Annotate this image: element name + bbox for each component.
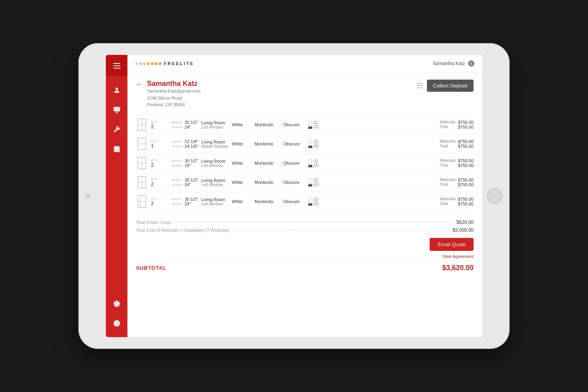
materials-install-label: Total Cost of Materials + Installation (… xyxy=(136,228,229,232)
monitor-icon xyxy=(113,106,121,114)
users-icon xyxy=(113,86,121,94)
collect-deposit-button[interactable]: Collect Deposit xyxy=(427,80,474,92)
sidebar xyxy=(106,55,127,337)
item-room-4: Living Room Left Window xyxy=(201,178,229,187)
subtotal-row: SUBTOTAL $3,620.00 xyxy=(136,260,474,272)
sidebar-item-settings[interactable] xyxy=(106,294,127,314)
top-bar: FREELITE Samantha Katz i xyxy=(127,55,482,73)
item-style-3: Montecito xyxy=(255,161,280,165)
sidebar-item-tools[interactable] xyxy=(106,120,127,139)
user-info: Samantha Katz i xyxy=(433,60,474,67)
window-icon-2 xyxy=(136,138,148,150)
item-pricing-4: Materials$750.00 Total$750.00 xyxy=(440,178,474,187)
content-area: ← Samantha Katz Samantha.Katz@gmail.com … xyxy=(127,73,482,337)
gear-icon xyxy=(113,300,121,308)
item-room-3: Living Room Left Window xyxy=(201,159,229,168)
logo-dot-3 xyxy=(143,62,146,65)
tablet-frame: FREELITE Samantha Katz i ← Samantha Katz… xyxy=(78,43,510,349)
item-color-5: White xyxy=(232,199,252,204)
sidebar-item-monitor[interactable] xyxy=(106,100,127,120)
hamburger-icon xyxy=(113,63,120,69)
item-room-1: Living Room Left Window xyxy=(201,120,229,129)
item-glass-5: Obscure xyxy=(283,199,305,204)
item-pricing-5: Materials$750.00 Total$750.00 xyxy=(440,197,474,206)
svg-point-0 xyxy=(115,87,118,90)
item-pricing-1: Materials$750.00 Total$750.00 xyxy=(440,120,474,129)
items-list: QTY 2 WIDTH30 1/2" HEIGHT24" Living Room… xyxy=(136,115,474,211)
item-qty-1: QTY 2 xyxy=(151,120,169,129)
window-icon-1 xyxy=(136,118,148,131)
customer-header: ← Samantha Katz Samantha.Katz@gmail.com … xyxy=(136,80,474,108)
item-count-2: (2) 📷 (5) xyxy=(308,140,324,148)
item-style-1: Montecito xyxy=(255,122,280,127)
calculator-icon[interactable]: ☷ xyxy=(417,82,423,90)
address-line2: Portland, OR 35456 xyxy=(147,102,185,107)
svg-rect-4 xyxy=(114,146,120,152)
back-button[interactable]: ← xyxy=(136,80,143,89)
subtotal-value: $3,620.00 xyxy=(442,264,474,272)
dealer-costs-value: $620.00 xyxy=(457,220,474,225)
table-row: QTY 2 WIDTH30 1/2" HEIGHT24" Living Room… xyxy=(136,115,474,134)
sidebar-menu-button[interactable] xyxy=(106,55,127,76)
item-qty-3: QTY 2 xyxy=(151,158,169,168)
customer-info: ← Samantha Katz Samantha.Katz@gmail.com … xyxy=(136,80,201,108)
sidebar-item-calendar[interactable] xyxy=(106,139,127,159)
sidebar-item-users[interactable] xyxy=(106,80,127,100)
user-name-label: Samantha Katz xyxy=(433,61,465,66)
item-color-1: White xyxy=(232,122,252,127)
sidebar-item-info[interactable] xyxy=(106,314,127,333)
logo-dot-4 xyxy=(147,62,150,65)
customer-details: Samantha Katz Samantha.Katz@gmail.com 12… xyxy=(147,80,201,108)
item-style-2: Montecito xyxy=(255,142,280,146)
item-color-2: White xyxy=(232,142,252,146)
materials-install-line: Total Cost of Materials + Installation (… xyxy=(136,226,474,234)
logo-area: FREELITE xyxy=(135,61,194,66)
item-room-2: Living Room Middle Window xyxy=(201,140,229,149)
sidebar-bottom xyxy=(106,294,127,337)
tablet-home-button[interactable] xyxy=(487,188,503,204)
item-color-3: White xyxy=(232,161,252,165)
item-room-5: Living Room Left Window xyxy=(201,197,229,206)
item-glass-2: Obscure xyxy=(283,142,305,146)
dealer-costs-label: Total Dealer Costs xyxy=(136,220,171,225)
customer-email: Samantha.Katz@gmail.com xyxy=(147,89,201,93)
item-dims-2: WIDTH22 1/8" HEIGHT24 1/8" xyxy=(172,139,198,149)
table-row: QTY 2 WIDTH30 1/2" HEIGHT24" Living Room… xyxy=(136,154,474,173)
item-count-3: (1) 📷 (2) xyxy=(308,159,324,167)
view-agreement-link[interactable]: View Agreement xyxy=(442,254,474,259)
item-count-5: (1) 📷 (2) xyxy=(308,197,324,206)
window-icon-3 xyxy=(136,157,148,169)
svg-rect-1 xyxy=(113,107,120,112)
email-quote-button[interactable]: Email Quote xyxy=(430,238,474,251)
logo-dot-7 xyxy=(159,62,162,65)
table-row: QTY 2 WIDTH30 1/2" HEIGHT24" Living Room… xyxy=(136,173,474,192)
item-pricing-2: Materials$750.00 Total$750.00 xyxy=(440,139,474,149)
customer-address: 1246 Silicon Road Portland, OR 35456 xyxy=(147,95,201,108)
item-qty-4: QTY 2 xyxy=(151,178,169,187)
logo-text: FREELITE xyxy=(164,61,194,66)
logo-dot-5 xyxy=(151,62,154,65)
item-style-4: Montecito xyxy=(255,180,280,185)
item-pricing-3: Materials$750.00 Total$750.00 xyxy=(440,158,474,168)
item-qty-5: QTY 2 xyxy=(151,197,169,206)
item-dims-1: WIDTH30 1/2" HEIGHT24" xyxy=(172,120,198,129)
totals-section: Total Dealer Costs $620.00 Total Cost of… xyxy=(136,215,474,234)
item-color-4: White xyxy=(232,180,252,185)
address-line1: 1246 Silicon Road xyxy=(147,96,182,100)
info-circle-icon xyxy=(113,319,121,327)
customer-name: Samantha Katz xyxy=(147,80,201,88)
wrench-icon xyxy=(113,125,121,133)
right-column-actions: Email Quote View Agreement xyxy=(430,238,474,259)
item-glass-3: Obscure xyxy=(283,161,305,165)
table-row: QTY 1 WIDTH22 1/8" HEIGHT24 1/8" Living … xyxy=(136,134,474,154)
table-row: QTY 2 WIDTH30 1/2" HEIGHT24" Living Room… xyxy=(136,192,474,211)
item-dims-5: WIDTH30 1/2" HEIGHT24" xyxy=(172,197,198,206)
materials-install-value: $3,000.00 xyxy=(453,227,474,233)
logo-dot-6 xyxy=(155,62,158,65)
header-actions: ☷ Collect Deposit xyxy=(417,80,474,92)
dots-separator-2 xyxy=(232,230,449,230)
tablet-left-button[interactable] xyxy=(85,194,90,198)
item-dims-4: WIDTH30 1/2" HEIGHT24" xyxy=(172,178,198,187)
item-count-1: (1) 📷 (2) xyxy=(308,120,324,129)
user-info-icon[interactable]: i xyxy=(468,60,474,67)
